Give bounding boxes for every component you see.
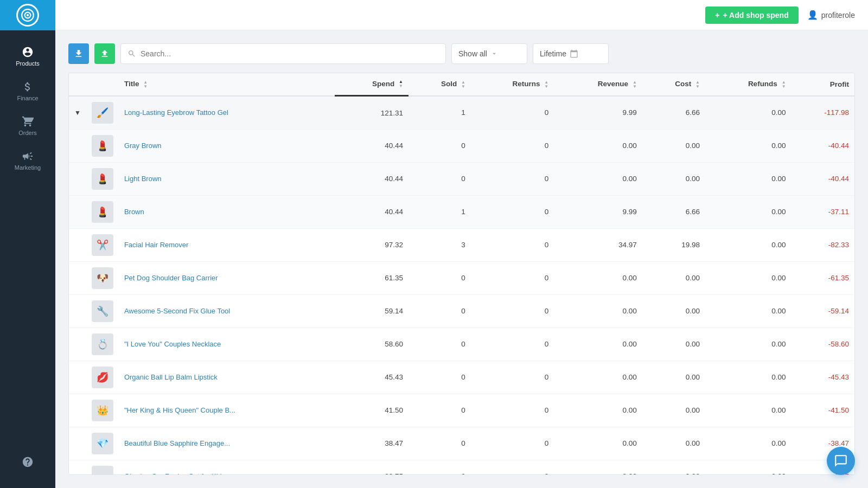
table-child-row: 💄 Light Brown 40.44 0 0 0.00 0.00 0.00 -…: [69, 162, 854, 195]
product-title-cell: Glowing Car Racing Set for Kids: [119, 460, 335, 475]
expand-toggle[interactable]: [69, 261, 86, 294]
spend-cell: 61.35: [335, 261, 409, 294]
refunds-cell: 0.00: [705, 96, 792, 130]
revenue-cell: 0.00: [554, 427, 642, 460]
child-profit: -37.11: [792, 195, 854, 228]
spend-cell: 97.32: [335, 228, 409, 261]
expand-toggle[interactable]: [69, 328, 86, 361]
title-col-header[interactable]: Title ▲▼: [119, 73, 335, 96]
username: profiterole: [821, 11, 855, 20]
date-picker[interactable]: Lifetime: [533, 43, 609, 64]
product-name: Glowing Car Racing Set for Kids: [124, 472, 225, 475]
product-title-cell: "I Love You" Couples Necklace: [119, 328, 335, 361]
returns-cell: 0: [471, 460, 554, 475]
child-product-name: Light Brown: [124, 175, 162, 183]
child-refunds: 0.00: [705, 129, 792, 162]
sidebar-item-marketing[interactable]: Marketing: [0, 145, 55, 176]
search-input[interactable]: [141, 49, 439, 58]
product-img: 👑: [92, 400, 113, 421]
child-title-cell: Brown: [119, 195, 335, 228]
child-refunds: 0.00: [705, 195, 792, 228]
child-product-img: 💄: [92, 168, 113, 190]
returns-cell: 0: [471, 394, 554, 427]
sold-cell: 0: [409, 328, 471, 361]
date-label: Lifetime: [540, 49, 566, 58]
child-refunds: 0.00: [705, 162, 792, 195]
cost-cell: 0.00: [642, 394, 705, 427]
child-sold: 0: [409, 129, 471, 162]
product-img: ✂️: [92, 234, 113, 256]
child-product-name: Gray Brown: [124, 142, 162, 150]
sold-cell: 1: [409, 96, 471, 130]
refunds-cell: 0.00: [705, 361, 792, 394]
child-profit: -40.44: [792, 162, 854, 195]
product-img: 💎: [92, 433, 113, 454]
sidebar-item-products-label: Products: [16, 60, 39, 67]
product-img: 🐶: [92, 267, 113, 289]
product-title-cell: Pet Dog Shoulder Bag Carrier: [119, 261, 335, 294]
refunds-col-header[interactable]: Refunds ▲▼: [705, 73, 792, 96]
search-icon: [127, 49, 136, 58]
returns-col-header[interactable]: Returns ▲▼: [471, 73, 554, 96]
user-menu[interactable]: 👤 profiterole: [807, 10, 855, 20]
returns-cell: 0: [471, 228, 554, 261]
logo[interactable]: [0, 0, 55, 30]
upload-button[interactable]: [94, 43, 115, 64]
spend-col-header[interactable]: Spend ▲▼: [335, 73, 409, 96]
spend-cell: 33.75: [335, 460, 409, 475]
expand-toggle[interactable]: [69, 427, 86, 460]
product-img-cell: 💎: [86, 427, 119, 460]
refunds-cell: 0.00: [705, 261, 792, 294]
revenue-cell: 34.97: [554, 228, 642, 261]
child-revenue: 9.99: [554, 195, 642, 228]
child-img-cell: 💄: [86, 162, 119, 195]
revenue-col-header[interactable]: Revenue ▲▼: [554, 73, 642, 96]
revenue-cell: 0.00: [554, 294, 642, 328]
sidebar-nav: Products Finance Orders Marketing: [0, 30, 55, 447]
expand-toggle[interactable]: [69, 394, 86, 427]
refunds-cell: 0.00: [705, 228, 792, 261]
child-product-img: 💄: [92, 135, 113, 157]
sidebar-item-marketing-label: Marketing: [15, 164, 41, 171]
product-name: Facial Hair Remover: [124, 241, 188, 249]
topbar: + + Add shop spend 👤 profiterole: [55, 0, 868, 30]
chat-fab-button[interactable]: [827, 447, 855, 475]
expand-toggle[interactable]: [69, 228, 86, 261]
expand-toggle[interactable]: [69, 294, 86, 328]
filter-dropdown[interactable]: Show all: [451, 43, 527, 64]
refunds-cell: 0.00: [705, 394, 792, 427]
child-img-cell: 💄: [86, 195, 119, 228]
cost-col-header[interactable]: Cost ▲▼: [642, 73, 705, 96]
revenue-cell: 0.00: [554, 361, 642, 394]
sidebar-item-help[interactable]: [22, 447, 34, 477]
sidebar-item-orders[interactable]: Orders: [0, 111, 55, 141]
spend-cell: 58.60: [335, 328, 409, 361]
product-title-cell: Awesome 5-Second Fix Glue Tool: [119, 294, 335, 328]
refunds-cell: 0.00: [705, 328, 792, 361]
product-img-cell: 💍: [86, 328, 119, 361]
table-row: ✂️ Facial Hair Remover 97.32 3 0 34.97 1…: [69, 228, 854, 261]
profit-col-header[interactable]: Profit: [792, 73, 854, 96]
product-name: Beautiful Blue Sapphire Engage...: [124, 439, 230, 447]
sidebar-item-finance-label: Finance: [17, 95, 38, 101]
sold-cell: 0: [409, 460, 471, 475]
product-name: Pet Dog Shoulder Bag Carrier: [124, 274, 218, 282]
product-img: 💋: [92, 367, 113, 388]
returns-cell: 0: [471, 361, 554, 394]
download-button[interactable]: [68, 43, 89, 64]
refunds-cell: 0.00: [705, 294, 792, 328]
table-child-row: 💄 Gray Brown 40.44 0 0 0.00 0.00 0.00 -4…: [69, 129, 854, 162]
sidebar-item-orders-label: Orders: [18, 130, 37, 136]
refunds-cell: 0.00: [705, 427, 792, 460]
expand-toggle[interactable]: [69, 460, 86, 475]
product-title-cell: Beautiful Blue Sapphire Engage...: [119, 427, 335, 460]
expand-toggle[interactable]: [69, 361, 86, 394]
expand-toggle[interactable]: ▼: [69, 96, 86, 130]
img-col-header: [86, 73, 119, 96]
sidebar: Products Finance Orders Marketing: [0, 0, 55, 488]
sold-col-header[interactable]: Sold ▲▼: [409, 73, 471, 96]
sidebar-item-products[interactable]: Products: [0, 41, 55, 72]
cost-cell: 6.66: [642, 96, 705, 130]
add-shop-spend-button[interactable]: + + Add shop spend: [705, 7, 798, 24]
sidebar-item-finance[interactable]: Finance: [0, 76, 55, 106]
